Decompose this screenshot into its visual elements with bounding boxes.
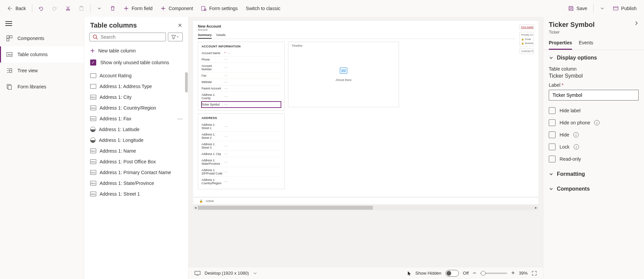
column-item[interactable]: Address 1: Latitude⋯: [84, 124, 188, 135]
cut-button[interactable]: [62, 4, 74, 13]
plus-icon: [90, 48, 95, 53]
tab-details[interactable]: Details: [216, 33, 226, 39]
section-display-options[interactable]: Display options: [549, 55, 639, 64]
add-form-field-button[interactable]: Form field: [120, 4, 156, 13]
account-info-field[interactable]: Ticker Symbol---: [202, 102, 281, 108]
horizontal-scrollbar[interactable]: ◄ ►: [193, 205, 538, 210]
checkbox-icon: [549, 144, 556, 150]
save-dropdown-button[interactable]: [596, 4, 608, 13]
scroll-right-icon[interactable]: ►: [534, 205, 538, 210]
form-settings-button[interactable]: Form settings: [198, 4, 241, 13]
filter-button[interactable]: [168, 33, 183, 41]
column-item[interactable]: AbcAddress 1: City⋯: [84, 92, 188, 103]
column-item[interactable]: Account Rating⋯: [84, 70, 188, 81]
paste-dropdown-button[interactable]: [93, 4, 105, 13]
check-hide-on-phone[interactable]: Hide on phone i: [549, 117, 639, 129]
save-button[interactable]: Save: [565, 4, 591, 13]
new-table-column-button[interactable]: New table column: [84, 45, 188, 57]
expand-panel-button[interactable]: [634, 21, 639, 26]
account-info-field[interactable]: Address 1: County---: [202, 92, 281, 102]
separator: [593, 4, 594, 12]
check-read-only[interactable]: Read-only: [549, 153, 639, 165]
label-input[interactable]: [549, 90, 639, 101]
side-card-contacts[interactable]: CONTACTS: [520, 48, 534, 54]
search-input[interactable]: [101, 34, 163, 40]
zoom-in-button[interactable]: +: [511, 270, 515, 277]
hamburger-button[interactable]: [5, 21, 12, 26]
search-input-wrapper[interactable]: [90, 33, 166, 41]
checkbox-icon: [549, 107, 556, 114]
text-type-icon: Abc: [90, 116, 96, 121]
zoom-slider[interactable]: [480, 273, 507, 274]
section-title: ADDRESS: [202, 116, 281, 120]
zoom-out-button[interactable]: −: [473, 270, 476, 277]
nav-item-components[interactable]: Components: [0, 30, 84, 46]
account-info-field[interactable]: Phone---: [202, 56, 281, 63]
nav-item-form-libraries[interactable]: Form libraries: [0, 79, 84, 95]
more-icon[interactable]: ⋯: [177, 116, 183, 122]
address-field[interactable]: Address 1: Street 3---: [202, 141, 281, 151]
column-item[interactable]: Address 1: Longitude⋯: [84, 135, 188, 146]
account-info-field[interactable]: Fax---: [202, 73, 281, 79]
info-icon[interactable]: i: [573, 132, 579, 137]
section-components[interactable]: Components: [549, 186, 639, 195]
viewport-dropdown[interactable]: [253, 271, 257, 275]
close-panel-button[interactable]: ✕: [178, 22, 182, 29]
form-footer: 🔒 Active: [193, 198, 538, 204]
redo-button[interactable]: [48, 4, 61, 13]
account-info-field[interactable]: Website---: [202, 79, 281, 85]
column-item[interactable]: Address 1: Address Type⋯: [84, 81, 188, 92]
text-type-icon: Abc: [90, 192, 96, 196]
account-info-field[interactable]: Account Name*---: [202, 50, 281, 56]
address-field[interactable]: Address 1: Street 1---: [202, 122, 281, 131]
account-info-field[interactable]: Account Number---: [202, 63, 281, 73]
column-item[interactable]: AbcAddress 1: Post Office Box⋯: [84, 156, 188, 167]
section-formatting[interactable]: Formatting: [549, 171, 639, 180]
column-item[interactable]: AbcAddress 1: Primary Contact Name⋯: [84, 167, 188, 178]
section-account-info[interactable]: ACCOUNT INFORMATION Account Name*---Phon…: [198, 42, 285, 111]
bottom-bar: Desktop (1920 x 1080) Show Hidden Off − …: [188, 267, 543, 279]
check-hide-label[interactable]: Hide label: [549, 105, 639, 117]
add-component-button[interactable]: Component: [157, 4, 196, 13]
address-field[interactable]: Address 1: Street 2---: [202, 131, 281, 141]
side-card-error[interactable]: Error loading: [520, 24, 534, 30]
field-value: ---: [224, 180, 227, 183]
timeline-section[interactable]: Timeline Almost there: [288, 42, 399, 107]
scroll-left-icon[interactable]: ◄: [193, 205, 198, 210]
info-icon[interactable]: i: [574, 144, 579, 150]
column-label: Address 1: Post Office Box: [100, 159, 156, 164]
fit-screen-button[interactable]: [532, 271, 537, 276]
nav-item-table-columns[interactable]: Abc Table columns: [0, 46, 84, 63]
nav-item-tree-view[interactable]: Tree view: [0, 63, 84, 79]
delete-button[interactable]: [107, 4, 119, 13]
tab-summary[interactable]: Summary: [198, 33, 212, 39]
tab-properties[interactable]: Properties: [549, 38, 572, 50]
svg-text:Abc: Abc: [8, 53, 12, 56]
address-field[interactable]: Address 1: Country/Region---: [202, 177, 281, 186]
back-button[interactable]: Back: [4, 4, 29, 13]
undo-button[interactable]: [35, 4, 47, 13]
checkbox-checked-icon: ✓: [90, 59, 96, 66]
column-item[interactable]: AbcAddress 1: Name⋯: [84, 146, 188, 156]
address-field[interactable]: Address 1: State/Province---: [202, 157, 281, 167]
address-field[interactable]: Address 1: ZIP/Postal Code---: [202, 167, 281, 177]
check-lock[interactable]: Lock i: [549, 141, 639, 153]
column-item[interactable]: AbcAddress 1: Fax⋯: [84, 113, 188, 124]
tab-events[interactable]: Events: [579, 38, 593, 50]
column-item[interactable]: AbcAddress 1: State/Province⋯: [84, 178, 188, 189]
show-unused-checkbox[interactable]: ✓ Show only unused table columns: [84, 57, 188, 70]
switch-classic-button[interactable]: Switch to classic: [243, 4, 284, 13]
check-hide[interactable]: Hide i: [549, 129, 639, 141]
address-field[interactable]: Address 1: City---: [202, 151, 281, 157]
section-address[interactable]: ADDRESS Address 1: Street 1---Address 1:…: [198, 113, 285, 189]
publish-button[interactable]: Publish: [610, 4, 640, 13]
side-card-primary[interactable]: Primary Co 🔒 Email 🔒 Business: [520, 32, 534, 46]
column-item[interactable]: AbcAddress 1: Street 1⋯: [84, 189, 188, 199]
account-info-field[interactable]: Parent Account---: [202, 85, 281, 92]
column-item[interactable]: AbcAddress 1: Country/Region⋯: [84, 103, 188, 113]
paste-button[interactable]: [75, 4, 87, 13]
back-arrow-icon: [7, 6, 13, 11]
info-icon[interactable]: i: [594, 120, 600, 125]
scrollbar-thumb[interactable]: [198, 206, 373, 210]
show-hidden-toggle[interactable]: [445, 270, 459, 277]
